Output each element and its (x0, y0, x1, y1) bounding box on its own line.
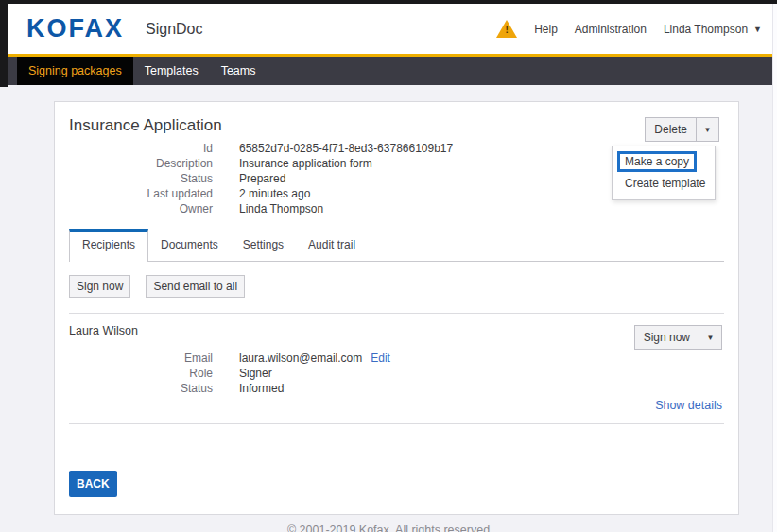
main-nav: Signing packages Templates Teams (8, 57, 772, 85)
detail-value: Informed (239, 381, 284, 396)
detail-row-owner: Owner Linda Thompson (69, 201, 724, 216)
recipient-section: Laura Wilson Sign now ▼ Email laura.wils… (69, 313, 724, 412)
user-menu[interactable]: Linda Thompson ▼ (664, 23, 762, 36)
detail-value: Insurance application form (239, 156, 372, 171)
detail-row-role: Role Signer (69, 366, 724, 381)
recipient-sign-now-button[interactable]: Sign now (634, 325, 699, 350)
send-email-to-all-button[interactable]: Send email to all (146, 275, 245, 298)
nav-item-signing-packages[interactable]: Signing packages (17, 57, 133, 85)
detail-value: Prepared (239, 171, 285, 186)
tab-settings[interactable]: Settings (231, 229, 296, 261)
detail-label: Last updated (69, 186, 213, 201)
tab-documents[interactable]: Documents (148, 229, 231, 261)
delete-dropdown-menu: Make a copy Create template (612, 146, 716, 200)
administration-link[interactable]: Administration (575, 23, 647, 36)
detail-label: Description (69, 156, 213, 171)
sign-now-button[interactable]: Sign now (69, 275, 130, 298)
detail-label: Status (69, 171, 213, 186)
window-left-edge (0, 4, 8, 87)
recipient-name: Laura Wilson (69, 323, 724, 338)
menu-item-create-template[interactable]: Create template (620, 175, 707, 192)
detail-value: Signer (239, 366, 272, 381)
detail-value: 65852d7d-0285-4f71-8ed3-637866109b17 (239, 141, 453, 156)
back-button[interactable]: BACK (69, 471, 117, 497)
package-tabs: Recipients Documents Settings Audit trai… (69, 229, 724, 262)
delete-dropdown-toggle[interactable]: ▼ (696, 117, 719, 142)
detail-row-recipient-status: Status Informed (69, 381, 724, 396)
delete-button[interactable]: Delete (645, 117, 697, 142)
window-top-edge (0, 0, 777, 4)
detail-label: Id (69, 141, 213, 156)
detail-label: Owner (69, 201, 213, 216)
warning-exclamation: ! (496, 25, 517, 35)
detail-value: 2 minutes ago (239, 186, 310, 201)
detail-label: Email (69, 351, 213, 366)
brand-gold-line (8, 54, 777, 57)
user-name: Linda Thompson (664, 23, 748, 36)
show-details-link[interactable]: Show details (69, 399, 724, 412)
chevron-down-icon: ▼ (753, 25, 762, 34)
edit-email-link[interactable]: Edit (371, 351, 390, 366)
footer-copyright: © 2001-2019 Kofax. All rights reserved (0, 523, 777, 532)
section-divider (69, 423, 724, 424)
signing-package-card: Insurance Application Delete ▼ Make a co… (54, 101, 739, 515)
menu-item-make-a-copy[interactable]: Make a copy (617, 151, 697, 172)
page-title: Insurance Application (69, 115, 724, 136)
kofax-logo: KOFAX (26, 14, 124, 43)
warning-icon[interactable]: ! (496, 20, 517, 38)
tab-recipients[interactable]: Recipients (69, 229, 148, 262)
nav-item-teams[interactable]: Teams (210, 57, 268, 85)
app-header: KOFAX SignDoc ! Help Administration Lind… (8, 4, 777, 54)
detail-label: Status (69, 381, 213, 396)
tab-audit-trail[interactable]: Audit trail (296, 229, 368, 261)
detail-value: laura.wilson@email.com (239, 351, 362, 366)
detail-row-email: Email laura.wilson@email.com Edit (69, 351, 724, 366)
recipient-details: Email laura.wilson@email.com Edit Role S… (69, 351, 724, 396)
scrollbar-track[interactable] (772, 4, 777, 532)
product-name: SignDoc (146, 21, 202, 38)
detail-label: Role (69, 366, 213, 381)
detail-value: Linda Thompson (239, 201, 323, 216)
help-link[interactable]: Help (534, 23, 558, 36)
recipient-sign-now-dropdown-toggle[interactable]: ▼ (699, 325, 722, 350)
nav-item-templates[interactable]: Templates (133, 57, 210, 85)
